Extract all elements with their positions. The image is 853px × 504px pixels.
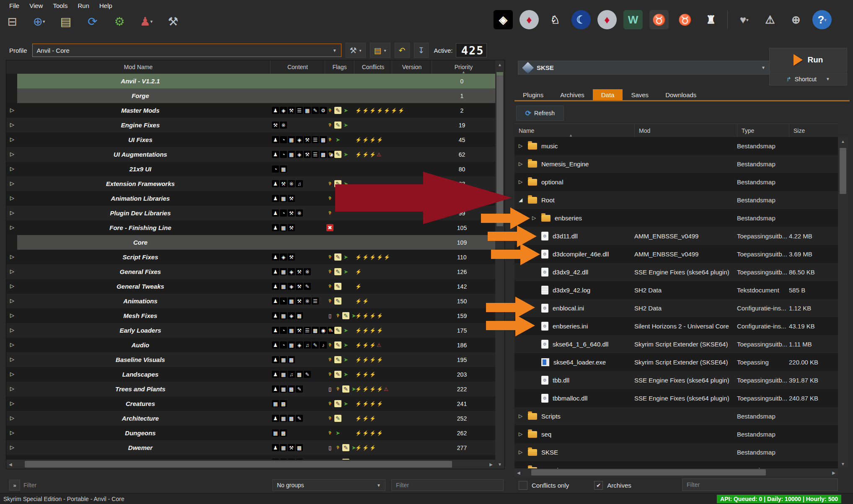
help-icon[interactable]: ?▾ — [812, 10, 832, 29]
menu-help[interactable]: Help — [94, 1, 117, 10]
groups-select[interactable]: No groups ▼ — [272, 479, 385, 491]
conflicts-only-checkbox[interactable] — [519, 481, 527, 490]
data-filter-input[interactable]: Filter — [682, 478, 838, 491]
menu-file[interactable]: File — [4, 1, 24, 10]
notifications-warning-icon[interactable]: ⚠ — [760, 10, 780, 29]
tab-saves[interactable]: Saves — [623, 89, 657, 101]
tree-folder-row[interactable]: ▷soundBestandsmap — [514, 461, 838, 468]
filter-expander-button[interactable]: » — [9, 480, 20, 491]
doubleyou-exe-icon[interactable]: W — [623, 10, 643, 29]
scrollbar-thumb[interactable] — [840, 148, 846, 194]
mod-row[interactable]: ▷Dwemer♟▦⚒▩▯♥?✎➤⚡⚡⚡277 — [6, 440, 495, 455]
tree-folder-row[interactable]: ▷enbseriesBestandsmap — [514, 209, 838, 227]
skyrim-exe-icon[interactable]: ♦ — [520, 10, 539, 29]
scroll-up-icon[interactable]: ▲ — [838, 137, 848, 144]
scroll-right-icon[interactable]: ▶ — [832, 470, 835, 475]
update-globe-icon[interactable]: ⊕ — [786, 10, 806, 29]
create-backup-button[interactable]: ↧ — [414, 43, 429, 58]
tree-folder-row[interactable]: ▷SKSEBestandsmap — [514, 443, 838, 461]
scroll-left-icon[interactable]: ◀ — [9, 462, 12, 467]
profile-select[interactable]: Anvil - Core ▼ — [32, 44, 341, 57]
expand-arrow-icon[interactable]: ▷ — [519, 449, 522, 455]
tab-archives[interactable]: Archives — [552, 89, 593, 101]
scrollbar-thumb[interactable] — [531, 469, 766, 476]
bull-checker-exe-icon[interactable]: ♉ — [649, 10, 669, 29]
refresh-button[interactable]: ⟳ Refresh — [516, 106, 564, 121]
menu-tools[interactable]: Tools — [48, 1, 72, 10]
mod-row[interactable]: ▷General Tweaks♟▦◈⚒✎♥?✎⚡142 — [6, 279, 495, 294]
mod-row[interactable]: ▷General Fixes♟▦◈⚒※♥?✎➤⚡126 — [6, 264, 495, 279]
wolf-exe-icon[interactable]: ♘ — [545, 10, 565, 29]
expand-arrow-icon[interactable]: ▷ — [519, 179, 522, 185]
scroll-left-icon[interactable]: ◀ — [517, 470, 520, 475]
tree-folder-row[interactable]: ▷seqBestandsmap — [514, 425, 838, 443]
bull-exe-icon[interactable]: ♉ — [675, 10, 695, 29]
menu-view[interactable]: View — [24, 1, 48, 10]
mod-filter-input-2[interactable]: Filter — [391, 479, 504, 491]
mod-row[interactable]: ▷Early Loaders♟◔▦⚒☰▩◉✎♥?✎➤⚡⚡⚡⚡175 — [6, 323, 495, 338]
column-header-conflicts[interactable]: Conflicts — [354, 60, 392, 74]
mod-list-hscrollbar[interactable]: ◀ ▶ — [6, 460, 495, 469]
tools-icon[interactable]: ⚒ — [163, 12, 183, 31]
column-header-flags[interactable]: Flags — [325, 60, 354, 74]
column-header-mod[interactable]: Mod — [634, 124, 737, 137]
executable-select[interactable]: SKSE ▼ — [518, 61, 770, 75]
endorse-heart-icon[interactable]: ♥▾ — [734, 10, 754, 29]
settings-gears-icon[interactable]: ⚙ — [110, 12, 129, 31]
profile-card-icon[interactable]: ▤ — [56, 12, 75, 31]
separator-row[interactable]: Forge1 — [6, 88, 495, 103]
plugins-puzzle-icon[interactable]: ♟▾ — [137, 12, 156, 31]
mod-row[interactable]: ▷Script Fixes♟◈⚒♥?✎➤⚡⚡⚡⚡⚡110 — [6, 250, 495, 264]
mod-row[interactable]: ▷Audio♟◔▦◈♫✎♪♥?✎➤⚡⚡⚡⚠186 — [6, 338, 495, 352]
tree-file-row[interactable]: ⚙tbb.dllSSE Engine Fixes (skse64 plugin)… — [514, 371, 838, 389]
archives-checkbox[interactable]: ✔ — [594, 481, 603, 490]
column-header-size[interactable]: Size — [789, 124, 838, 137]
mod-row[interactable]: ▷Fore - Finishing Line♟▦⚒✖105 — [6, 220, 495, 235]
mod-row[interactable]: ▷Engine Fixes⚒※♥?✎➤19 — [6, 118, 495, 132]
scroll-up-icon[interactable]: ▲ — [495, 60, 504, 67]
tree-folder-row[interactable]: ▷optionalBestandsmap — [514, 173, 838, 191]
tree-file-row[interactable]: skse64_loader.exeSkyrim Script Extender … — [514, 353, 838, 371]
tree-folder-row[interactable]: ◢RootBestandsmap — [514, 191, 838, 209]
mod-row[interactable]: ▷Extension Frameworks♟⚒※♫♥?✎➤83 — [6, 176, 495, 191]
column-header-content[interactable]: Content — [270, 60, 325, 74]
mod-row[interactable]: ▷Baseline Visuals♟▦▩♥?✎➤⚡⚡⚡⚡195 — [6, 352, 495, 367]
skyrim-exe-icon-2[interactable]: ♦ — [597, 10, 617, 29]
tree-file-row[interactable]: ⚙skse64_1_6_640.dllSkyrim Script Extende… — [514, 335, 838, 353]
restore-backup-button[interactable]: ↶ — [395, 43, 410, 58]
tree-file-row[interactable]: ⚙enblocal.iniSH2 DataConfiguratie-ins...… — [514, 299, 838, 317]
mod-row[interactable]: ▷UI Augmentations♟◔▦◈⚒☰▩◉♥?✎➤⚡⚡⚡⚠62 — [6, 147, 495, 162]
open-folder-button[interactable]: ▤▾ — [370, 43, 390, 58]
mod-row[interactable]: ▷Creatures▦▩♥?✎➤⚡⚡⚡⚡241 — [6, 396, 495, 411]
mod-row[interactable]: ▷Animation Libraries♟▦⚒♥? — [6, 191, 495, 206]
profile-tools-button[interactable]: ⚒▾ — [346, 43, 366, 58]
mod-list-vscrollbar[interactable]: ▲ ▼ — [495, 60, 504, 469]
expand-arrow-icon[interactable]: ▷ — [532, 215, 536, 221]
tab-data[interactable]: Data — [593, 89, 623, 101]
machine-exe-icon[interactable]: ♜ — [701, 10, 721, 29]
tree-folder-row[interactable]: ▷musicBestandsmap — [514, 137, 838, 155]
tree-file-row[interactable]: ⚙tbbmalloc.dllSSE Engine Fixes (skse64 p… — [514, 389, 838, 407]
column-header-name[interactable]: Name▲ — [514, 124, 634, 137]
expand-arrow-icon[interactable]: ▷ — [519, 413, 522, 419]
column-header-mod-name[interactable]: Mod Name — [6, 60, 270, 74]
tree-folder-row[interactable]: ▷ScriptsBestandsmap — [514, 407, 838, 425]
tree-file-row[interactable]: ⚙d3dcompiler_46e.dllAMM_ENBSSE_v0499Toep… — [514, 245, 838, 263]
tree-folder-row[interactable]: ▷Nemesis_EngineBestandsmap — [514, 155, 838, 173]
mod-row[interactable]: ▷Master Mods♟◈⚒☰▦✎⚙♥?✎➤⚡⚡⚡⚡⚡⚡⚡2 — [6, 103, 495, 118]
tree-file-row[interactable]: ⚙enbseries.iniSilent Horizons 2 - Univer… — [514, 317, 838, 335]
mod-row[interactable]: ▷UI Fixes♟◔▦◈⚒☰▩♥?➤⚡⚡⚡⚡45 — [6, 132, 495, 147]
menu-run[interactable]: Run — [72, 1, 94, 10]
expand-arrow-icon[interactable]: ▷ — [519, 431, 522, 437]
run-button[interactable]: Run — [769, 48, 847, 72]
expand-arrow-icon[interactable]: ▷ — [519, 161, 522, 167]
column-header-version[interactable]: Version — [392, 60, 432, 74]
column-header-type[interactable]: Type — [737, 124, 790, 137]
mod-filter-input[interactable]: Filter — [23, 482, 36, 488]
mod-row[interactable]: ▷21x9 UI◔▦80 — [6, 162, 495, 176]
tree-file-row[interactable]: d3dx9_42.logSH2 DataTekstdocument585 B — [514, 281, 838, 299]
shortcut-button[interactable]: ↱ Shortcut ▼ — [769, 72, 847, 85]
refresh-icon[interactable]: ⟳ — [83, 12, 102, 31]
tree-file-row[interactable]: ⚙d3d11.dllAMM_ENBSSE_v0499Toepassingsuit… — [514, 227, 838, 245]
tree-file-row[interactable]: ⚙d3dx9_42.dllSSE Engine Fixes (skse64 pl… — [514, 263, 838, 281]
